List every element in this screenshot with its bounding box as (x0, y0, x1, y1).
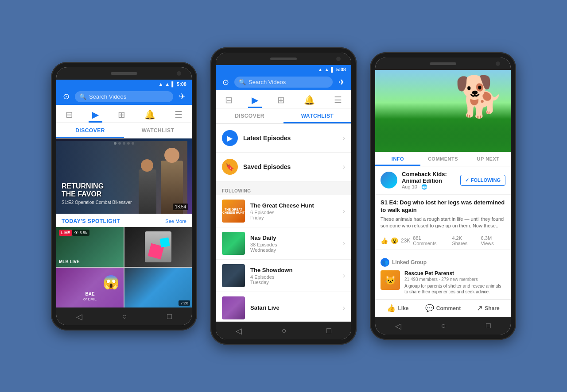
tab-video-1[interactable]: ▶ (89, 108, 102, 121)
see-more-link[interactable]: See More (165, 219, 186, 224)
group-avatar-img: 🐱 (381, 270, 400, 290)
show-item-3[interactable]: Safari Live › (216, 292, 351, 322)
search-bar-1[interactable]: 🔍 Search Videos (75, 91, 173, 102)
show-thumb-0: THE GREAT CHEESE HUNT (222, 200, 245, 223)
nas-thumb (222, 232, 245, 255)
tab-video-2[interactable]: ▶ (248, 94, 262, 106)
following-button[interactable]: ✓ FOLLOWING (460, 175, 505, 186)
show-day-2: Tuesday (250, 280, 343, 285)
tab-comments[interactable]: COMMENTS (420, 152, 466, 166)
tab-notifications-1[interactable]: 🔔 (141, 108, 159, 121)
show-chevron-3: › (343, 304, 345, 312)
bottom-nav-2: ◁ ○ □ (216, 322, 351, 339)
live-badge: LIVE (59, 230, 72, 236)
tab-watchlist-2[interactable]: WATCHLIST (284, 108, 351, 123)
recent-btn-3[interactable]: □ (486, 321, 491, 331)
tab-discover-2[interactable]: DISCOVER (216, 108, 284, 123)
share-button[interactable]: ↗ Share (466, 304, 511, 312)
phone-2: ▲ ▲ ▌ 5:08 ⊙ 🔍 Search Videos ✈ ⊟ ▶ ⊞ 🔔 ☰ (210, 47, 357, 345)
grid-item-3[interactable]: BAE or BAIL 😱 (56, 268, 124, 307)
sub-tabs-2: DISCOVER WATCHLIST (216, 108, 351, 124)
tab-store-2[interactable]: ⊞ (274, 94, 288, 106)
show-info-2: The Showdown 4 Episodes Tuesday (250, 267, 343, 285)
show-item-0[interactable]: THE GREAT CHEESE HUNT The Great Cheese H… (216, 195, 351, 227)
menu-icon: ☰ (175, 109, 183, 120)
dog-image: 🐕 (375, 70, 511, 152)
search-icon-2: 🔍 (239, 79, 246, 85)
tab-menu-2[interactable]: ☰ (330, 94, 346, 106)
comment-count: 881 Comments (413, 235, 445, 246)
hero-image-1[interactable]: RETURNINGTHE FAVOR S1:E2 Operation Comba… (56, 138, 192, 214)
show-header-info: Comeback Kids: Animal Edition Aug 10 · 🌐 (402, 171, 460, 190)
group-desc: A group for parents of shelter and rescu… (404, 283, 505, 295)
top-nav-1: ⊙ 🔍 Search Videos ✈ (56, 88, 192, 105)
bottom-nav-1: ◁ ○ □ (56, 307, 192, 325)
showdown-thumb (222, 264, 245, 287)
wifi-icon-2: ▲ (324, 67, 329, 72)
tab-upnext[interactable]: UP NEXT (466, 152, 511, 166)
tab-discover-1[interactable]: DISCOVER (56, 123, 124, 138)
status-bar-2: ▲ ▲ ▌ 5:08 (216, 65, 351, 74)
episode-title: S1 E4: Dog who lost her legs was determi… (381, 199, 505, 214)
group-name: Rescue Pet Parenst (404, 270, 505, 277)
home-btn-2[interactable]: ○ (282, 326, 287, 336)
linked-group-section: 👥 Linked Group 🐱 Rescue Pet Parenst 21,4… (375, 254, 511, 299)
tab-store-1[interactable]: ⊞ (114, 108, 129, 121)
back-btn-2[interactable]: ◁ (236, 326, 242, 336)
messenger-icon[interactable]: ✈ (177, 92, 187, 101)
show-item-2[interactable]: The Showdown 4 Episodes Tuesday › (216, 260, 351, 292)
store-icon: ⊞ (118, 109, 125, 120)
group-card[interactable]: 🐱 Rescue Pet Parenst 21,493 members · 27… (381, 270, 505, 295)
hero-overlay: RETURNINGTHE FAVOR S1:E2 Operation Comba… (62, 182, 132, 204)
tab-menu-1[interactable]: ☰ (171, 108, 186, 121)
recent-btn-1[interactable]: □ (167, 312, 172, 322)
show-avatar (381, 172, 397, 188)
messenger-icon-2[interactable]: ✈ (336, 77, 347, 87)
phone-speaker-2 (270, 58, 297, 60)
tab-bell-2[interactable]: 🔔 (300, 94, 318, 106)
tab-news-1[interactable]: ⊟ (62, 108, 77, 121)
view-count-val: 6.3M Views (481, 235, 505, 246)
grid-item-1[interactable]: LIVE 👁 5.5k MLB LIVE (56, 227, 124, 267)
phone-1: ▲ ▲ ▌ 5:08 ⊙ 🔍 Search Videos ✈ ⊟ (51, 62, 197, 331)
search-bar-2[interactable]: 🔍 Search Videos (234, 77, 333, 88)
search-placeholder-2: Search Videos (249, 79, 286, 85)
like-button[interactable]: 👍 Like (375, 304, 420, 312)
battery-icon-2: ▌ (331, 67, 334, 72)
grid-item-4[interactable]: 7:28 (124, 268, 192, 307)
show-info-0: The Great Cheese Hunt 6 Episodes Friday (250, 202, 343, 220)
back-btn-1[interactable]: ◁ (76, 312, 82, 322)
back-btn-3[interactable]: ◁ (395, 321, 401, 331)
phone-3: 🐕 INFO COMMENTS UP NEXT (370, 52, 516, 340)
show-info-1: Nas Daily 38 Episodes Wednesday (250, 234, 343, 253)
grid-duration: 7:28 (179, 300, 190, 306)
home-btn-1[interactable]: ○ (122, 312, 127, 322)
tab-info[interactable]: INFO (375, 152, 420, 166)
episode-section: ▶ Latest Episodes › 🔖 Saved Episodes › (216, 124, 351, 181)
show-name-3: Safari Live (250, 304, 343, 311)
saved-episodes-row[interactable]: 🔖 Saved Episodes › (216, 153, 351, 181)
comment-label: Comment (436, 305, 461, 311)
show-thumb-3 (222, 296, 245, 319)
phone-camera-3 (496, 61, 500, 66)
status-time-1: 5:08 (177, 81, 186, 87)
saved-label: Saved Episodes (243, 163, 343, 170)
grid-item-2[interactable] (124, 227, 192, 267)
show-item-1[interactable]: Nas Daily 38 Episodes Wednesday › (216, 227, 351, 260)
show-episodes-0: 6 Episodes (250, 210, 343, 215)
tab-icons-2: ⊟ ▶ ⊞ 🔔 ☰ (216, 90, 351, 108)
latest-episodes-row[interactable]: ▶ Latest Episodes › (216, 124, 351, 153)
show-day-0: Friday (250, 215, 343, 220)
home-btn-3[interactable]: ○ (441, 321, 446, 331)
camera-icon[interactable]: ⊙ (61, 92, 71, 101)
signal-icon-2: ▲ (318, 67, 322, 72)
like-emoji: 👍 (381, 237, 388, 244)
phone-notch-bar-2 (216, 53, 351, 65)
comment-button[interactable]: 💬 Comment (420, 304, 466, 312)
tab-news-2[interactable]: ⊟ (221, 94, 236, 106)
show-chevron-2: › (343, 272, 345, 280)
tab-watchlist-1[interactable]: WATCHLIST (124, 123, 192, 138)
camera-icon-2[interactable]: ⊙ (220, 77, 231, 87)
show-episodes-1: 38 Episodes (250, 242, 343, 247)
recent-btn-2[interactable]: □ (326, 326, 331, 336)
